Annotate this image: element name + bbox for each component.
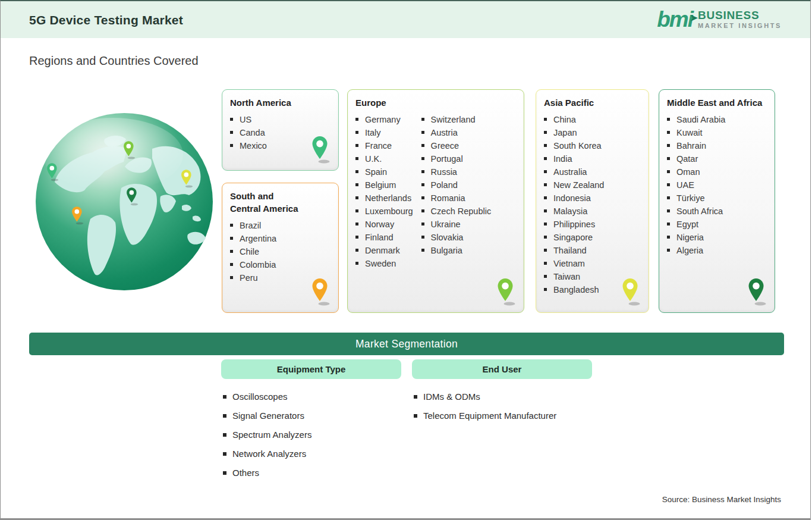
map-pin-icon xyxy=(620,277,641,309)
logo-wordmark: BUSINESS MARKET INSIGHTS xyxy=(698,10,782,30)
country-item: US xyxy=(230,113,267,126)
country-item: Algeria xyxy=(667,244,725,257)
bullet-icon xyxy=(230,131,233,134)
bullet-icon xyxy=(544,170,547,173)
segment-item-label: Others xyxy=(232,468,259,478)
pin-glyph xyxy=(180,169,194,189)
bmi-monogram-icon: bmi ➤ xyxy=(657,7,693,33)
bullet-icon xyxy=(355,118,358,121)
segment-item: Network Analyzers xyxy=(223,448,311,459)
country-item: Russia xyxy=(421,165,492,178)
country-item: Thailand xyxy=(544,244,604,257)
pin-glyph xyxy=(70,206,84,225)
country-item: Switzerland xyxy=(421,113,492,126)
bullet-icon xyxy=(355,144,358,147)
bullet-icon xyxy=(544,223,547,225)
country-item: Australia xyxy=(544,165,604,178)
region-title-line: South and xyxy=(230,190,331,202)
country-label: Norway xyxy=(365,220,394,229)
country-item: Portugal xyxy=(421,152,492,165)
country-item: Oman xyxy=(667,165,725,178)
country-list: SwitzerlandAustriaGreecePortugalRussiaPo… xyxy=(421,113,492,270)
segment-item: Others xyxy=(223,467,311,478)
bullet-icon xyxy=(355,223,358,225)
country-label: Malaysia xyxy=(553,206,587,216)
country-item: South Korea xyxy=(544,139,604,152)
country-label: France xyxy=(365,141,392,151)
country-list: USCandaMexico xyxy=(230,113,267,152)
country-item: Sweden xyxy=(355,257,413,270)
country-item: Germany xyxy=(355,113,413,126)
region-card-europe: Europe GermanyItalyFranceU.K.SpainBelgiu… xyxy=(347,89,524,313)
country-item: Denmark xyxy=(355,244,413,257)
bullet-icon xyxy=(544,131,547,134)
segment-item: Spectrum Analyzers xyxy=(223,429,311,440)
bullet-icon xyxy=(223,433,226,437)
bmi-monogram-text: bmi xyxy=(657,7,693,32)
country-item: Brazil xyxy=(230,219,276,232)
region-title: Asia Pacific xyxy=(544,96,641,109)
region-country-columns: BrazilArgentinaChileColombiaPeru xyxy=(230,219,331,284)
country-item: Netherlands xyxy=(355,192,413,205)
bullet-icon xyxy=(230,250,233,253)
country-label: Mexico xyxy=(240,141,267,151)
country-label: Brazil xyxy=(240,221,261,230)
country-item: France xyxy=(355,139,413,152)
segment-item: IDMs & ODMs xyxy=(414,391,556,402)
bullet-icon xyxy=(667,236,670,239)
region-title: Middle East and Africa xyxy=(667,96,767,109)
bmi-logo: bmi ➤ BUSINESS MARKET INSIGHTS xyxy=(657,7,782,33)
region-card-north-america: North America USCandaMexico xyxy=(222,89,339,171)
country-list: BrazilArgentinaChileColombiaPeru xyxy=(230,219,276,284)
country-label: Portugal xyxy=(431,154,463,164)
country-label: Italy xyxy=(365,128,381,137)
country-label: U.K. xyxy=(365,154,382,164)
bullet-icon xyxy=(230,144,233,147)
country-item: Nigeria xyxy=(667,231,725,244)
pin-glyph xyxy=(620,277,641,307)
country-label: Colombia xyxy=(240,260,276,270)
bullet-icon xyxy=(421,157,424,160)
country-label: Finland xyxy=(365,233,394,242)
country-label: Egypt xyxy=(676,220,698,229)
country-list: ChinaJapanSouth KoreaIndiaAustraliaNew Z… xyxy=(544,113,604,296)
country-item: South Africa xyxy=(667,205,725,218)
map-pin-europe-russia-icon xyxy=(122,140,136,160)
country-item: Norway xyxy=(355,218,413,231)
map-pin-icon xyxy=(746,277,767,309)
bullet-icon xyxy=(544,249,547,252)
country-label: Saudi Arabia xyxy=(676,115,725,124)
bullet-icon xyxy=(223,395,226,399)
segment-item-label: Oscilloscopes xyxy=(232,391,288,402)
bullet-icon xyxy=(421,236,424,239)
bullet-icon xyxy=(414,395,417,399)
bullet-icon xyxy=(355,157,358,160)
bullet-icon xyxy=(230,224,233,227)
country-label: Greece xyxy=(431,141,459,151)
region-title-line: Central America xyxy=(230,202,331,215)
region-title-line: North America xyxy=(230,96,331,109)
country-item: Bahrain xyxy=(667,139,725,152)
country-label: Sweden xyxy=(365,259,396,268)
market-segmentation-banner: Market Segmentation xyxy=(29,333,784,355)
country-label: Thailand xyxy=(553,246,587,255)
country-item: Mexico xyxy=(230,139,267,152)
bullet-icon xyxy=(355,249,358,252)
country-item: Romania xyxy=(421,192,492,205)
map-pin-north-america-icon xyxy=(45,162,59,182)
country-item: Taiwan xyxy=(544,270,604,283)
bullet-icon xyxy=(544,262,547,265)
segment-header-equipment-type: Equipment Type xyxy=(221,359,401,379)
segment-list-end-user: IDMs & ODMsTelecom Equipment Manufacture… xyxy=(414,391,556,429)
country-label: Luxembourg xyxy=(365,206,413,216)
bullet-icon xyxy=(667,131,670,134)
country-item: Austria xyxy=(421,126,492,139)
country-item: UAE xyxy=(667,178,725,192)
globe-svg xyxy=(34,112,214,292)
country-label: New Zealand xyxy=(553,180,604,190)
globe-illustration xyxy=(34,112,214,292)
country-label: Bahrain xyxy=(676,141,706,151)
map-pin-south-america-icon xyxy=(70,206,84,225)
segment-item: Telecom Equipment Manufacturer xyxy=(414,410,556,421)
country-label: Türkiye xyxy=(676,193,705,203)
